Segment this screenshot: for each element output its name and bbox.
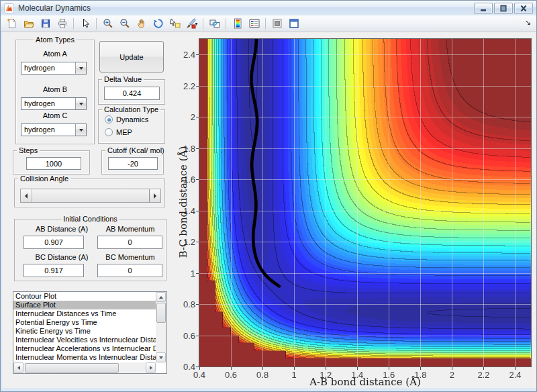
atom-a-value: hydrogen bbox=[24, 64, 55, 72]
open-file-button[interactable] bbox=[21, 17, 36, 31]
arrow-left-icon bbox=[25, 193, 28, 199]
atom-a-dropdown-button[interactable] bbox=[75, 62, 86, 74]
brush-button[interactable]: ▾ bbox=[184, 17, 199, 31]
ab-momentum-field[interactable] bbox=[97, 236, 162, 249]
minimize-button[interactable] bbox=[474, 3, 493, 14]
y-tick-mark bbox=[196, 366, 199, 367]
slider-track[interactable] bbox=[32, 189, 149, 202]
plot-type-listbox[interactable]: Contour PlotSurface PlotInternuclear Dis… bbox=[13, 291, 167, 374]
atom-b-dropdown[interactable]: hydrogen bbox=[21, 97, 87, 110]
listbox-item[interactable]: Contour Plot bbox=[13, 292, 156, 301]
y-tick-label: 1 bbox=[170, 268, 195, 278]
bc-momentum-field[interactable] bbox=[97, 264, 162, 277]
vscroll-down-button[interactable] bbox=[156, 352, 166, 362]
arrow-right-icon bbox=[150, 366, 152, 370]
insert-colorbar-button[interactable] bbox=[230, 17, 245, 31]
maximize-button[interactable] bbox=[494, 3, 513, 14]
delta-value-field[interactable] bbox=[104, 87, 160, 100]
atom-types-panel: Atom Types Atom A hydrogen Atom B hydrog… bbox=[15, 40, 95, 144]
y-tick-mark bbox=[196, 273, 199, 274]
figure-toolbar: ▾ bbox=[1, 15, 536, 32]
listbox-item[interactable]: Internuclear Accelerations vs Internucle… bbox=[13, 344, 156, 353]
atom-c-dropdown-button[interactable] bbox=[75, 124, 86, 136]
y-tick-label: 2.2 bbox=[170, 81, 195, 91]
listbox-item[interactable]: Internuclear Velocities vs Internuclear … bbox=[13, 336, 156, 344]
atom-c-label: Atom C bbox=[43, 111, 68, 119]
listbox-item[interactable]: Kinetic Energy vs Time bbox=[13, 327, 156, 336]
initial-conditions-panel: Initial Conditions AB Distance (A) AB Mo… bbox=[14, 219, 166, 281]
chevron-down-icon bbox=[79, 67, 83, 70]
listbox-hscrollbar[interactable] bbox=[13, 362, 156, 373]
atom-a-dropdown[interactable]: hydrogen bbox=[21, 62, 87, 75]
x-tick-mark bbox=[294, 367, 295, 370]
close-button[interactable] bbox=[514, 3, 533, 14]
save-figure-button[interactable] bbox=[38, 17, 53, 31]
dynamics-radio[interactable] bbox=[105, 115, 113, 124]
zoom-in-icon bbox=[103, 18, 113, 29]
y-tick-mark bbox=[196, 242, 199, 242]
y-axis-label: B-C bond distance (Å) bbox=[177, 146, 189, 258]
slider-left-arrow[interactable] bbox=[21, 189, 32, 202]
zoom-out-button[interactable] bbox=[117, 17, 132, 31]
arrow-left-icon bbox=[17, 366, 20, 370]
insert-colorbar-icon bbox=[232, 18, 243, 29]
mep-radio[interactable] bbox=[105, 128, 113, 136]
contour-plot-canvas[interactable] bbox=[199, 39, 531, 366]
atom-b-dropdown-button[interactable] bbox=[75, 98, 86, 109]
listbox-item[interactable]: Potential Energy vs Time bbox=[13, 318, 156, 327]
update-button[interactable]: Update bbox=[99, 41, 164, 72]
y-tick-mark bbox=[196, 336, 199, 336]
rotate-3d-button[interactable] bbox=[150, 17, 166, 31]
ab-momentum-label: AB Momentum bbox=[106, 225, 155, 233]
window-title: Molecular Dynamics bbox=[18, 3, 91, 13]
new-figure-button[interactable] bbox=[4, 17, 19, 31]
listbox-vscrollbar[interactable] bbox=[156, 292, 166, 362]
toolbar-overflow-icon[interactable]: ↘ bbox=[525, 19, 531, 26]
hide-plot-tools-button[interactable] bbox=[269, 17, 285, 31]
calculation-type-panel: Calculation Type Dynamics MEP bbox=[98, 109, 165, 144]
atom-c-dropdown[interactable]: hydrogen bbox=[21, 124, 87, 136]
vscroll-thumb[interactable] bbox=[156, 303, 166, 323]
y-tick-mark bbox=[196, 54, 199, 55]
matlab-logo-icon bbox=[4, 3, 14, 13]
ab-distance-field[interactable] bbox=[23, 236, 84, 249]
steps-field[interactable] bbox=[26, 157, 81, 170]
vscroll-up-button[interactable] bbox=[156, 292, 166, 302]
zoom-in-button[interactable] bbox=[100, 17, 115, 31]
x-tick-mark bbox=[262, 367, 263, 370]
data-cursor-button[interactable] bbox=[167, 17, 183, 31]
new-figure-icon bbox=[7, 18, 17, 29]
x-tick-mark bbox=[357, 367, 358, 370]
bc-momentum-label: BC Momentum bbox=[105, 253, 154, 261]
collision-angle-title: Collision Angle bbox=[18, 175, 70, 183]
mep-radio-row[interactable]: MEP bbox=[105, 128, 132, 136]
close-icon bbox=[518, 4, 529, 13]
insert-legend-button[interactable] bbox=[246, 17, 262, 31]
ab-distance-label: AB Distance (A) bbox=[36, 225, 88, 233]
listbox-item[interactable]: Internuclear Distances vs Time bbox=[13, 309, 156, 318]
x-tick-label: 0.8 bbox=[256, 370, 268, 380]
cutoff-field[interactable] bbox=[108, 157, 158, 170]
link-plots-button[interactable] bbox=[207, 17, 222, 31]
x-tick-mark bbox=[231, 367, 232, 370]
y-tick-label: 0.6 bbox=[170, 330, 195, 340]
bc-distance-field[interactable] bbox=[23, 264, 84, 277]
chevron-down-icon[interactable]: ▾ bbox=[195, 21, 197, 27]
minimize-icon bbox=[478, 4, 489, 13]
y-tick-mark bbox=[196, 179, 199, 180]
pointer-button[interactable] bbox=[77, 17, 93, 31]
print-figure-button[interactable] bbox=[54, 17, 70, 31]
y-tick-label: 0.4 bbox=[170, 362, 195, 372]
pan-hand-button[interactable] bbox=[134, 17, 149, 31]
listbox-item[interactable]: Internuclear Momenta vs Internuclear Dis… bbox=[13, 353, 156, 362]
hscroll-right-button[interactable] bbox=[146, 362, 156, 373]
hscroll-thumb[interactable] bbox=[25, 363, 119, 373]
listbox-item[interactable]: Surface Plot bbox=[13, 301, 156, 309]
collision-angle-slider[interactable] bbox=[20, 189, 161, 203]
show-plot-tools-dock-button[interactable] bbox=[286, 17, 301, 31]
hscroll-left-button[interactable] bbox=[13, 362, 23, 373]
x-tick-label: 0.6 bbox=[225, 370, 237, 380]
dynamics-radio-row[interactable]: Dynamics bbox=[105, 115, 148, 124]
atom-b-value: hydrogen bbox=[24, 99, 55, 107]
slider-right-arrow[interactable] bbox=[149, 189, 160, 202]
